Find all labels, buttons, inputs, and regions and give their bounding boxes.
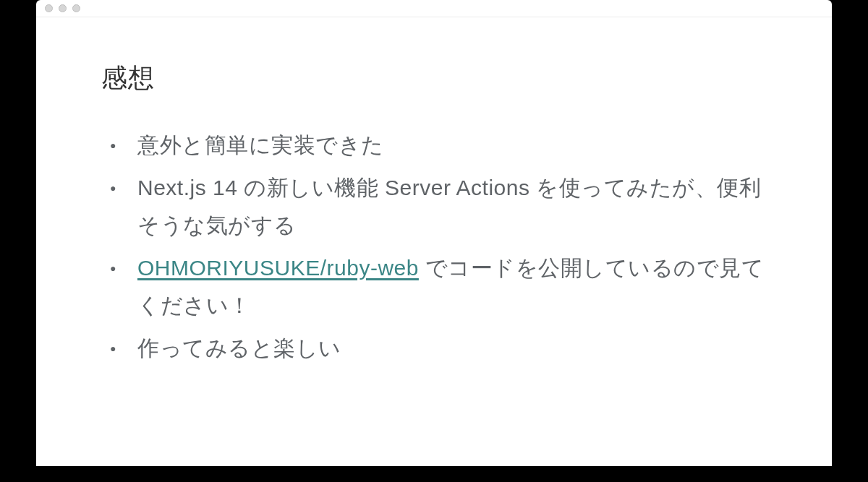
presentation-window: 感想 意外と簡単に実装できた Next.js 14 の新しい機能 Server … — [36, 0, 832, 466]
minimize-icon[interactable] — [59, 4, 67, 12]
window-titlebar — [36, 0, 832, 17]
repo-link[interactable]: OHMORIYUSUKE/ruby-web — [137, 256, 419, 280]
slide-title: 感想 — [101, 61, 767, 96]
bullet-list: 意外と簡単に実装できた Next.js 14 の新しい機能 Server Act… — [101, 126, 767, 367]
slide-content: 感想 意外と簡単に実装できた Next.js 14 の新しい機能 Server … — [36, 17, 832, 466]
list-item: 意外と簡単に実装できた — [137, 126, 767, 165]
maximize-icon[interactable] — [72, 4, 80, 12]
bullet-text: 作ってみると楽しい — [137, 336, 341, 360]
close-icon[interactable] — [45, 4, 53, 12]
bullet-text: Next.js 14 の新しい機能 Server Actions を使ってみたが… — [137, 176, 761, 238]
list-item: Next.js 14 の新しい機能 Server Actions を使ってみたが… — [137, 169, 767, 245]
list-item: OHMORIYUSUKE/ruby-web でコードを公開しているので見てくださ… — [137, 249, 767, 325]
list-item: 作ってみると楽しい — [137, 330, 767, 368]
bullet-text: 意外と簡単に実装できた — [137, 133, 384, 157]
